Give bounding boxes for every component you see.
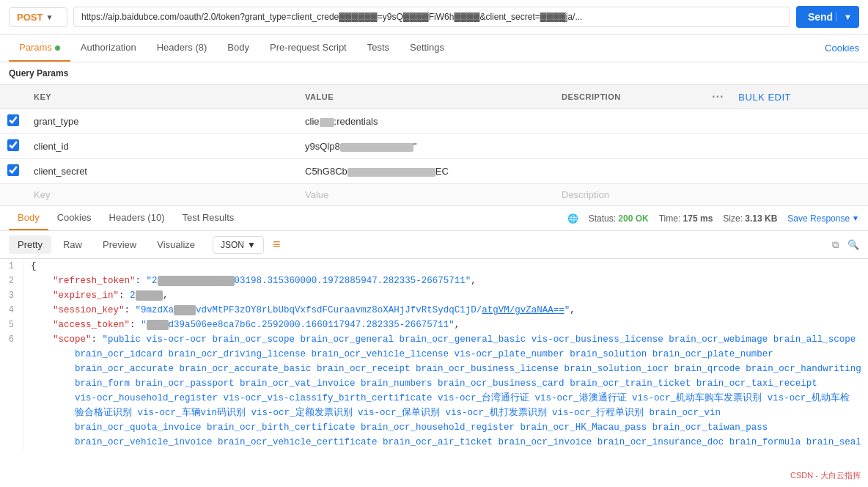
- json-line-6: 6 "scope": "public vis-ocr-ocr brain_ocr…: [0, 332, 868, 347]
- row1-value: clie :redentials: [305, 116, 378, 127]
- col-header-value: VALUE: [298, 85, 554, 109]
- json-line-cont7: brain_ocr_vehicle_invoice brain_ocr_vehi…: [0, 435, 868, 450]
- top-bar: POST ▼ Send ▼: [0, 0, 868, 34]
- row1-key: grant_type: [34, 116, 78, 127]
- nav-tabs: Params Authorization Headers (8) Body Pr…: [0, 34, 868, 62]
- json-format-select[interactable]: JSON ▼: [213, 236, 264, 254]
- tab-headers[interactable]: Headers (8): [147, 34, 218, 62]
- params-dot: [55, 45, 60, 51]
- placeholder-key: Key: [34, 189, 50, 200]
- size-info: Size: 3.13 KB: [723, 213, 777, 224]
- method-arrow-icon: ▼: [45, 13, 53, 21]
- table-row-empty: Key Value Description: [0, 184, 868, 206]
- send-button-label: Send: [808, 11, 836, 23]
- filter-icon[interactable]: ≡: [273, 237, 281, 252]
- save-response-button[interactable]: Save Response ▼: [787, 213, 859, 224]
- params-table: KEY VALUE DESCRIPTION ··· Bulk Edit gr: [0, 84, 868, 206]
- col-header-key: KEY: [26, 85, 298, 109]
- tab-prerequest[interactable]: Pre-request Script: [260, 34, 357, 62]
- url-input[interactable]: [73, 7, 790, 27]
- json-line-cont4: vis-ocr_household_register vis-ocr_vis-c…: [0, 391, 868, 406]
- globe-icon: 🌐: [567, 213, 578, 224]
- tab-tests[interactable]: Tests: [357, 34, 400, 62]
- status-value: 200 OK: [618, 213, 648, 224]
- method-select[interactable]: POST ▼: [9, 7, 67, 27]
- row2-desc: [554, 134, 705, 159]
- tab-body[interactable]: Body: [217, 34, 260, 62]
- table-row: grant_type clie :redentials: [0, 109, 868, 134]
- row3-key: client_secret: [34, 166, 87, 177]
- query-params-label: Query Params: [0, 62, 868, 84]
- json-line-cont6: brain_ocr_quota_invoice brain_ocr_birth_…: [0, 420, 868, 435]
- format-tab-preview[interactable]: Preview: [94, 235, 145, 254]
- watermark: CSDN - 大白云指挥: [790, 470, 861, 481]
- params-table-container: KEY VALUE DESCRIPTION ··· Bulk Edit gr: [0, 84, 868, 206]
- json-line-3: 3 "expires_in": 2█████,: [0, 288, 868, 303]
- format-tabs-row: Pretty Raw Preview Visualize JSON ▼ ≡ ⧉ …: [0, 231, 868, 259]
- response-tabs: Body Cookies Headers (10) Test Results 🌐…: [0, 206, 868, 231]
- json-line-2: 2 "refresh_token": "2██████████████03198…: [0, 274, 868, 288]
- row3-checkbox[interactable]: [7, 164, 19, 176]
- row1-desc: [554, 109, 705, 134]
- json-select-arrow-icon: ▼: [247, 240, 256, 250]
- row3-desc: [554, 159, 705, 184]
- json-line-cont1: brain_ocr_idcard brain_ocr_driving_licen…: [0, 347, 868, 362]
- row2-checkbox[interactable]: [7, 139, 19, 151]
- save-response-arrow-icon: ▼: [852, 214, 859, 222]
- json-line-cont3: brain_form brain_ocr_passport brain_ocr_…: [0, 376, 868, 391]
- row1-checkbox[interactable]: [7, 114, 19, 126]
- more-options-icon[interactable]: ···: [712, 90, 724, 103]
- tab-settings[interactable]: Settings: [400, 34, 455, 62]
- viewer-actions: ⧉ 🔍: [832, 239, 859, 251]
- response-tab-cookies[interactable]: Cookies: [48, 206, 100, 230]
- response-tab-body[interactable]: Body: [9, 206, 48, 230]
- response-info: 🌐 Status: 200 OK Time: 175 ms Size: 3.13…: [567, 213, 859, 224]
- placeholder-desc: Description: [562, 189, 609, 200]
- json-viewer: 1 { 2 "refresh_token": "2██████████████0…: [0, 259, 868, 464]
- cookies-link[interactable]: Cookies: [825, 43, 859, 54]
- json-line-cont2: brain_ocr_accurate brain_ocr_accurate_ba…: [0, 362, 868, 376]
- status-label: Status: 200 OK: [589, 213, 649, 224]
- col-header-more[interactable]: ···: [705, 85, 731, 109]
- format-tab-pretty[interactable]: Pretty: [9, 235, 51, 254]
- json-line-5: 5 "access_token": "████d39a506ee8ca7b6c.…: [0, 318, 868, 332]
- method-label: POST: [17, 12, 43, 23]
- row2-value: y9sQlp8 ": [305, 141, 416, 152]
- json-line-1: 1 {: [0, 259, 868, 274]
- tab-params[interactable]: Params: [9, 34, 70, 62]
- table-row: client_secret C5hG8Cb EC: [0, 159, 868, 184]
- col-header-check: [0, 85, 26, 109]
- placeholder-value: Value: [305, 189, 328, 200]
- send-dropdown-icon[interactable]: ▼: [836, 12, 859, 21]
- response-tab-test-results[interactable]: Test Results: [173, 206, 243, 230]
- copy-icon[interactable]: ⧉: [832, 239, 839, 251]
- json-line-cont5: 验合格证识别 vis-ocr_车辆vin码识别 vis-ocr_定额发票识别 v…: [0, 406, 868, 420]
- time-info: Time: 175 ms: [659, 213, 713, 224]
- col-header-desc: DESCRIPTION: [554, 85, 705, 109]
- row2-key: client_id: [34, 141, 69, 152]
- format-tab-raw[interactable]: Raw: [54, 235, 91, 254]
- tab-authorization[interactable]: Authorization: [70, 34, 147, 62]
- response-tab-headers[interactable]: Headers (10): [100, 206, 174, 230]
- col-header-bulk[interactable]: Bulk Edit: [731, 85, 868, 109]
- table-row: client_id y9sQlp8 ": [0, 134, 868, 159]
- row3-value: C5hG8Cb EC: [305, 166, 449, 177]
- search-icon[interactable]: 🔍: [847, 239, 859, 251]
- format-tab-visualize[interactable]: Visualize: [148, 235, 204, 254]
- send-button[interactable]: Send ▼: [796, 6, 859, 28]
- json-line-4: 4 "session_key": "9mzdXa████vdvMtPF3zOY8…: [0, 303, 868, 318]
